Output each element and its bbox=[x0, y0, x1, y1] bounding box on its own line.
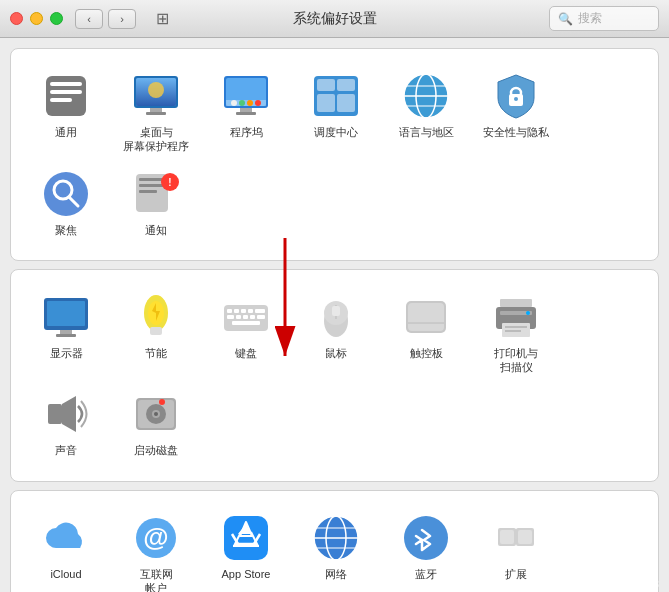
svg-marker-76 bbox=[62, 396, 76, 432]
grid-icon[interactable]: ⊞ bbox=[148, 9, 176, 29]
svg-rect-18 bbox=[236, 112, 256, 115]
watermark: https://blog.csdn.net/qq_41630523 bbox=[506, 579, 659, 590]
svg-text:!: ! bbox=[168, 177, 171, 188]
svg-rect-45 bbox=[56, 334, 76, 337]
svg-rect-58 bbox=[250, 315, 255, 319]
svg-rect-73 bbox=[505, 326, 527, 328]
section-hardware: 显示器 节能 bbox=[10, 269, 659, 482]
icon-item-mouse[interactable]: 鼠标 bbox=[291, 285, 381, 383]
desktop-label: 桌面与屏幕保护程序 bbox=[123, 125, 189, 154]
svg-rect-38 bbox=[139, 184, 165, 187]
mouse-label: 鼠标 bbox=[325, 346, 347, 360]
search-icon: 🔍 bbox=[558, 12, 573, 26]
svg-rect-74 bbox=[505, 330, 521, 332]
window-title: 系统偏好设置 bbox=[293, 10, 377, 28]
icon-item-spotlight[interactable]: 聚焦 bbox=[21, 162, 111, 245]
icon-item-trackpad[interactable]: 触控板 bbox=[381, 285, 471, 383]
search-box[interactable]: 🔍 搜索 bbox=[549, 6, 659, 31]
svg-rect-68 bbox=[500, 299, 532, 307]
back-button[interactable]: ‹ bbox=[75, 9, 103, 29]
svg-point-81 bbox=[154, 412, 158, 416]
icon-item-energy[interactable]: 节能 bbox=[111, 285, 201, 383]
icon-item-internet[interactable]: @ 互联网帐户 bbox=[111, 506, 201, 592]
icon-item-startup[interactable]: 启动磁盘 bbox=[111, 382, 201, 465]
icon-item-sound[interactable]: 声音 bbox=[21, 382, 111, 465]
display-icon bbox=[42, 293, 90, 341]
icon-item-keyboard[interactable]: 键盘 bbox=[201, 285, 291, 383]
svg-text:@: @ bbox=[143, 522, 168, 552]
desktop-icon bbox=[132, 72, 180, 120]
icon-item-security[interactable]: 安全性与隐私 bbox=[471, 64, 561, 162]
icon-item-mission[interactable]: 调度中心 bbox=[291, 64, 381, 162]
svg-point-13 bbox=[231, 100, 237, 106]
section1-grid: 通用 bbox=[21, 64, 648, 245]
icon-item-language[interactable]: 语言与地区 bbox=[381, 64, 471, 162]
mouse-icon bbox=[312, 293, 360, 341]
icon-item-bluetooth[interactable]: 蓝牙 bbox=[381, 506, 471, 592]
minimize-button[interactable] bbox=[30, 12, 43, 25]
printer-icon bbox=[492, 293, 540, 341]
forward-button[interactable]: › bbox=[108, 9, 136, 29]
startup-label: 启动磁盘 bbox=[134, 443, 178, 457]
icon-item-icloud[interactable]: iCloud bbox=[21, 506, 111, 592]
svg-point-15 bbox=[247, 100, 253, 106]
svg-rect-37 bbox=[139, 178, 165, 181]
svg-rect-54 bbox=[255, 309, 265, 313]
icon-item-dock[interactable]: 程序坞 bbox=[201, 64, 291, 162]
svg-rect-57 bbox=[243, 315, 248, 319]
close-button[interactable] bbox=[10, 12, 23, 25]
svg-rect-2 bbox=[50, 90, 82, 94]
svg-rect-51 bbox=[234, 309, 239, 313]
icon-item-general[interactable]: 通用 bbox=[21, 64, 111, 162]
svg-rect-52 bbox=[241, 309, 246, 313]
svg-rect-21 bbox=[337, 79, 355, 91]
svg-rect-101 bbox=[500, 530, 514, 544]
icon-item-printer[interactable]: 打印机与扫描仪 bbox=[471, 285, 561, 383]
language-icon bbox=[402, 72, 450, 120]
startup-icon bbox=[132, 390, 180, 438]
svg-rect-8 bbox=[150, 108, 162, 112]
internet-label: 互联网帐户 bbox=[140, 567, 173, 592]
svg-rect-55 bbox=[227, 315, 234, 319]
general-label: 通用 bbox=[55, 125, 77, 139]
mission-label: 调度中心 bbox=[314, 125, 358, 139]
icon-item-network[interactable]: 网络 bbox=[291, 506, 381, 592]
notify-label: 通知 bbox=[145, 223, 167, 237]
search-placeholder: 搜索 bbox=[578, 10, 602, 27]
svg-rect-44 bbox=[60, 330, 72, 334]
svg-rect-17 bbox=[240, 108, 252, 112]
icon-item-display[interactable]: 显示器 bbox=[21, 285, 111, 383]
security-label: 安全性与隐私 bbox=[483, 125, 549, 139]
keyboard-label: 键盘 bbox=[235, 346, 257, 360]
main-content: 通用 bbox=[0, 38, 669, 592]
sound-icon bbox=[42, 390, 90, 438]
svg-rect-22 bbox=[317, 94, 335, 112]
svg-rect-53 bbox=[248, 309, 253, 313]
icon-item-desktop[interactable]: 桌面与屏幕保护程序 bbox=[111, 64, 201, 162]
network-label: 网络 bbox=[325, 567, 347, 581]
svg-point-82 bbox=[159, 399, 165, 405]
section2-grid: 显示器 节能 bbox=[21, 285, 648, 466]
svg-rect-39 bbox=[139, 190, 157, 193]
svg-point-32 bbox=[514, 97, 518, 101]
svg-point-16 bbox=[255, 100, 261, 106]
general-icon bbox=[42, 72, 90, 120]
icon-item-appstore[interactable]: App Store bbox=[201, 506, 291, 592]
sound-label: 声音 bbox=[55, 443, 77, 457]
dock-label: 程序坞 bbox=[230, 125, 263, 139]
nav-buttons: ‹ › bbox=[75, 9, 136, 29]
internet-icon: @ bbox=[132, 514, 180, 562]
icon-item-notify[interactable]: ! 通知 bbox=[111, 162, 201, 245]
dock-icon bbox=[222, 72, 270, 120]
svg-point-71 bbox=[526, 311, 530, 315]
bluetooth-icon bbox=[402, 514, 450, 562]
maximize-button[interactable] bbox=[50, 12, 63, 25]
section-internet: iCloud @ 互联网帐户 bbox=[10, 490, 659, 592]
svg-rect-50 bbox=[227, 309, 232, 313]
svg-rect-60 bbox=[232, 321, 260, 325]
trackpad-icon bbox=[402, 293, 450, 341]
svg-rect-3 bbox=[50, 98, 72, 102]
energy-icon bbox=[132, 293, 180, 341]
svg-rect-66 bbox=[408, 303, 444, 331]
section-personal: 通用 bbox=[10, 48, 659, 261]
